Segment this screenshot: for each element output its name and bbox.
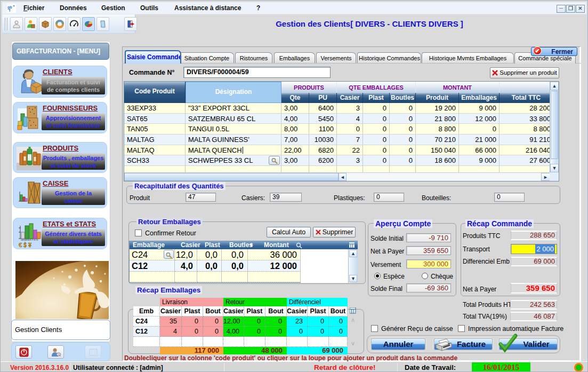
tab-historique-mvmts[interactable]: Historique Mvmts Emballages [422, 52, 514, 64]
eh-bout-d[interactable]: Bout [329, 306, 348, 316]
plastiques-field[interactable]: 0 [374, 193, 404, 202]
col-header-produit[interactable]: Produit [416, 93, 459, 103]
eh-bout-l[interactable]: Bout [203, 306, 223, 316]
table-row[interactable]: MALTAGMALTA GUINNESS'7,001003070070 2102… [124, 134, 550, 145]
tab-situation-compte[interactable]: Situation Compte [180, 52, 234, 64]
col-header-emballages[interactable]: Emballages [459, 93, 500, 103]
tab-ristournes[interactable]: Ristournes [235, 52, 272, 64]
menu-outils[interactable]: Outils [140, 4, 158, 12]
scroll-chevron-up[interactable]: ∧ [351, 316, 355, 323]
eh-plast-r[interactable]: Plast [244, 306, 265, 316]
table-row[interactable]: TAN05TANGUI 0.5L8,0011000008 80008 800 [124, 124, 550, 134]
recu-caisse-checkbox[interactable] [371, 325, 378, 332]
casiers-field[interactable]: 39 [270, 193, 302, 202]
recap-row[interactable]: C124004,0000000 [133, 327, 348, 337]
calcul-auto-button[interactable]: Calcul Auto [267, 227, 311, 238]
sort-icon[interactable]: ⬍ [249, 241, 254, 249]
col-header-pu[interactable]: PU [309, 93, 337, 103]
vscroll-thumb[interactable] [551, 91, 558, 159]
col-header-total-ttc[interactable]: Total TTC [500, 93, 550, 103]
scroll-right-arrow[interactable]: ► [541, 173, 550, 181]
eh-plast-l[interactable]: Plast [182, 306, 203, 316]
col-header-designation[interactable]: Désignation [186, 82, 281, 103]
col-header-code-produit[interactable]: Code Produit [124, 82, 186, 103]
annuler-button[interactable]: Annuler [370, 338, 426, 351]
col-header-casier[interactable]: Casier [337, 93, 363, 103]
stats-toolbar-button[interactable] [82, 17, 95, 31]
client-toolbar-button[interactable] [10, 17, 23, 31]
menu-assistance[interactable]: Assistance à distance [174, 4, 241, 12]
users-button[interactable] [47, 345, 64, 359]
scroll-chevron-down[interactable]: ∨ [351, 340, 355, 347]
search-icon[interactable] [296, 242, 302, 249]
products-hscrollbar[interactable]: ◄ ► [124, 172, 551, 181]
eh-bout-r[interactable]: Bout [265, 306, 287, 316]
retour-vscrollbar[interactable]: ▲ ▼ [348, 249, 358, 283]
recap-row[interactable]: C24350012,00002300 [133, 316, 348, 327]
table-row[interactable]: SAT65SATZEMBRAU 65 CL4,00545040021 80012… [124, 114, 550, 124]
search-icon[interactable] [164, 250, 174, 259]
table-row[interactable]: 33EXP33"33" EXPORT 33CL3,00640030019 200… [124, 103, 550, 114]
grid-icon[interactable] [349, 242, 355, 248]
menu-fichier[interactable]: Fichier [23, 4, 44, 12]
table-row[interactable]: MALTAQMALTA QUENCH22,0068202200150 04066… [124, 145, 550, 156]
sidebar-item-etats[interactable]: GENERER P ETS€ $ ¥ ETATS et STATS Génére… [13, 218, 107, 249]
sidebar-item-clients[interactable]: CLIENTS Facturation et suivide comptes c… [13, 66, 107, 98]
products-vscrollbar[interactable]: ▲ ▼ [550, 82, 559, 172]
supprimer-produit-button[interactable]: Supprimer un produit [490, 67, 559, 78]
rh-casier[interactable]: Casier [181, 241, 200, 249]
tab-historique-commandes[interactable]: Historique Commandes [357, 52, 421, 64]
tab-saisie-commande[interactable]: Saisie Commande [125, 50, 181, 64]
sidebar-item-caisse[interactable]: CAISSE Gestion de lacaisse [13, 177, 107, 208]
rh-montant[interactable]: Montant [264, 241, 289, 249]
supprimer-retour-button[interactable]: Supprimer [313, 227, 356, 238]
col-header-plast[interactable]: Plast [363, 93, 390, 103]
eh-casier-l[interactable]: Casier [160, 306, 182, 316]
minimize-button[interactable]: ─ [557, 5, 566, 13]
toolbar-grip2[interactable] [7, 18, 8, 30]
tab-versements[interactable]: Versements [316, 52, 356, 64]
retour-row[interactable]: C124,00,00,012 000 [130, 260, 301, 272]
grid-icon[interactable] [350, 307, 356, 314]
menu-donnees[interactable]: Données [60, 4, 87, 12]
col-header-qte[interactable]: Qte [281, 93, 309, 103]
eh-casier-d[interactable]: Casier [287, 306, 308, 316]
caisse-toolbar-button[interactable] [53, 17, 66, 31]
bouteilles-field[interactable]: 0 [494, 193, 525, 202]
rh-plast[interactable]: Plast [205, 241, 220, 249]
scroll-up-arrow[interactable]: ▲ [349, 250, 357, 257]
close-button[interactable]: ✕ [576, 5, 585, 13]
sidebar-item-produits[interactable]: PRODUITS Produits , emballageset suivi d… [13, 142, 107, 173]
supplier-toolbar-button[interactable] [25, 17, 37, 31]
fermer-button[interactable]: ✔ Fermer [531, 47, 577, 56]
impression-auto-checkbox[interactable] [458, 325, 465, 332]
eh-plast-d[interactable]: Plast [308, 306, 329, 316]
gauge-toolbar-button[interactable] [68, 17, 80, 31]
produit-field[interactable]: 47 [186, 193, 216, 202]
col-header-boutles[interactable]: Boutles [390, 93, 416, 103]
versement-field[interactable]: 300 000 [406, 259, 451, 268]
commande-input[interactable]: DIVERS/F000004/59 [183, 67, 331, 78]
report-toolbar-button[interactable] [96, 17, 109, 31]
retour-row[interactable]: C2412,00,00,036 000 [130, 249, 301, 260]
scroll-up-arrow[interactable]: ▲ [550, 82, 559, 90]
table-row[interactable]: SCH33SCHWEPPES 33 CL3,00620030018 6009 0… [124, 155, 550, 166]
espece-radio[interactable] [374, 273, 381, 279]
rh-emballage[interactable]: Emballage [133, 241, 165, 249]
toolbar-grip[interactable] [5, 18, 6, 30]
cheque-radio[interactable] [422, 273, 428, 279]
menu-help[interactable]: ? [256, 4, 260, 12]
extra-button[interactable] [85, 345, 101, 359]
hscroll-thumb[interactable] [124, 173, 339, 181]
eh-casier-r[interactable]: Casier [223, 306, 244, 316]
sidebar-item-fournisseurs[interactable]: FOURNISSEURS Approvisionnementet suivi f… [13, 102, 107, 133]
search-icon[interactable] [269, 156, 280, 165]
transport-field[interactable]: 2 000 [511, 244, 557, 254]
restore-button[interactable]: ❐ [566, 5, 575, 13]
power-off-button[interactable] [15, 345, 32, 359]
products-toolbar-button[interactable] [39, 17, 52, 31]
menu-gestion[interactable]: Gestion [101, 4, 125, 12]
scroll-down-arrow[interactable]: ▼ [550, 164, 559, 172]
eh-emb[interactable]: Emb [133, 306, 160, 316]
confirmer-retour-checkbox[interactable] [135, 229, 142, 236]
